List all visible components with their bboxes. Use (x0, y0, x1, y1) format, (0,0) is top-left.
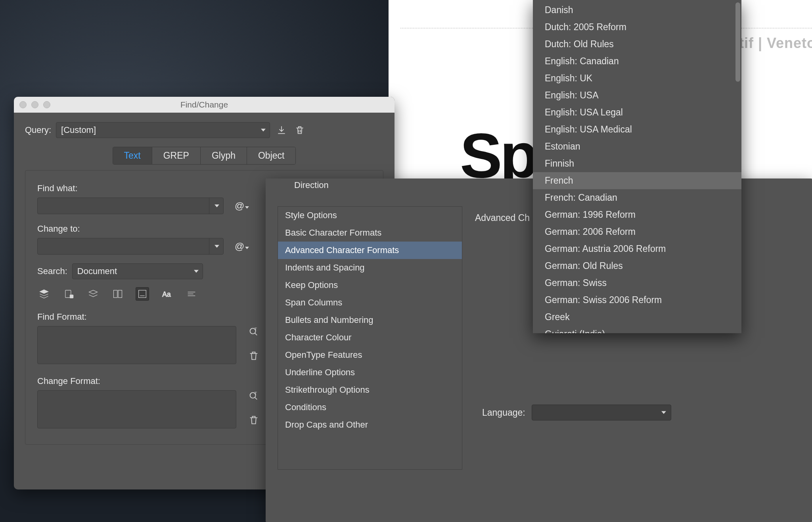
language-select[interactable] (532, 405, 671, 420)
include-hidden-layers-icon[interactable] (86, 287, 100, 301)
case-sensitive-icon[interactable]: Aa (160, 287, 174, 301)
chevron-down-icon (261, 129, 266, 132)
format-category-item[interactable]: OpenType Features (278, 346, 462, 364)
language-option[interactable]: German: Old Rules (533, 257, 741, 274)
query-label: Query: (25, 125, 51, 135)
svg-text:T: T (254, 391, 257, 396)
svg-rect-2 (114, 290, 117, 298)
format-category-item[interactable]: Bullets and Numbering (278, 311, 462, 329)
language-option[interactable]: Finnish (533, 155, 741, 172)
change-to-input[interactable] (37, 238, 224, 255)
include-master-pages-icon[interactable] (111, 287, 124, 301)
format-panel-title: Advanced Ch (475, 213, 530, 223)
delete-query-button[interactable] (293, 123, 306, 137)
change-to-special-button[interactable]: @ (235, 241, 249, 252)
language-option[interactable]: English: UK (533, 70, 741, 87)
direction-heading-peek: Direction (294, 180, 329, 190)
query-select[interactable]: [Custom] (56, 122, 270, 138)
svg-rect-3 (118, 290, 122, 298)
language-option[interactable]: German: 1996 Reform (533, 206, 741, 223)
language-option[interactable]: Dutch: 2005 Reform (533, 19, 741, 36)
language-option[interactable]: German: Austria 2006 Reform (533, 240, 741, 257)
language-option[interactable]: English: USA (533, 87, 741, 104)
format-category-item[interactable]: Conditions (278, 399, 462, 416)
svg-text:Aa: Aa (162, 290, 171, 298)
tab-grep[interactable]: GREP (152, 147, 201, 164)
format-category-item[interactable]: Span Columns (278, 294, 462, 311)
include-footnotes-icon[interactable] (136, 287, 149, 301)
format-category-item[interactable]: Basic Character Formats (278, 224, 462, 242)
chevron-down-icon (661, 411, 666, 414)
language-option[interactable]: Gujarati (India) (533, 326, 741, 333)
language-option[interactable]: Danish (533, 2, 741, 19)
search-scope-value: Document (77, 266, 117, 276)
svg-rect-4 (139, 290, 146, 298)
scrollbar-thumb[interactable] (735, 2, 740, 82)
find-what-special-button[interactable]: @ (235, 200, 249, 211)
language-option[interactable]: Greek (533, 309, 741, 326)
language-option[interactable]: English: USA Legal (533, 104, 741, 121)
save-query-button[interactable] (275, 123, 288, 137)
format-category-item[interactable]: Keep Options (278, 276, 462, 294)
tab-object[interactable]: Object (247, 147, 295, 164)
change-format-box[interactable] (37, 390, 236, 428)
language-option[interactable]: English: Canadian (533, 53, 741, 70)
language-dropdown[interactable]: DanishDutch: 2005 ReformDutch: Old Rules… (533, 0, 741, 333)
format-category-list[interactable]: Style OptionsBasic Character FormatsAdva… (278, 206, 462, 470)
format-category-item[interactable]: Indents and Spacing (278, 259, 462, 276)
chevron-down-icon (214, 205, 219, 207)
chevron-down-icon (214, 245, 219, 248)
language-option[interactable]: English: USA Medical (533, 121, 741, 138)
find-what-history-button[interactable] (209, 198, 223, 214)
svg-text:T: T (254, 326, 257, 332)
include-locked-layers-icon[interactable] (37, 287, 51, 301)
search-label: Search: (37, 266, 67, 276)
find-format-box[interactable] (37, 326, 236, 364)
format-category-item[interactable]: Underline Options (278, 364, 462, 381)
scrollbar[interactable] (734, 2, 741, 331)
tab-glyph[interactable]: Glyph (201, 147, 247, 164)
clear-find-format-button[interactable] (248, 350, 259, 364)
search-scope-select[interactable]: Document (72, 263, 203, 279)
language-option[interactable]: Dutch: Old Rules (533, 36, 741, 53)
language-option[interactable]: French (533, 172, 741, 189)
chevron-down-icon (245, 247, 249, 249)
specify-change-format-button[interactable]: T (248, 391, 259, 404)
format-category-item[interactable]: Advanced Character Formats (278, 242, 462, 259)
window-title: Find/Change (14, 100, 395, 109)
language-option[interactable]: French: Canadian (533, 189, 741, 206)
tab-text[interactable]: Text (113, 147, 152, 164)
find-what-input[interactable] (37, 198, 224, 214)
chevron-down-icon (194, 270, 199, 273)
format-category-item[interactable]: Strikethrough Options (278, 381, 462, 399)
whole-word-icon[interactable] (185, 287, 198, 301)
change-to-history-button[interactable] (209, 238, 223, 254)
include-locked-stories-icon[interactable] (62, 287, 75, 301)
specify-find-format-button[interactable]: T (248, 326, 259, 340)
chevron-down-icon (245, 206, 249, 209)
language-label: Language: (482, 407, 525, 418)
format-category-item[interactable]: Style Options (278, 207, 462, 224)
language-option[interactable]: Estonian (533, 138, 741, 155)
window-titlebar[interactable]: Find/Change (14, 97, 395, 113)
format-category-item[interactable]: Character Colour (278, 329, 462, 346)
format-category-item[interactable]: Drop Caps and Other (278, 416, 462, 434)
language-option[interactable]: German: Swiss (533, 274, 741, 292)
clear-change-format-button[interactable] (248, 415, 259, 428)
language-option[interactable]: German: Swiss 2006 Reform (533, 292, 741, 309)
language-option[interactable]: German: 2006 Reform (533, 223, 741, 240)
query-select-value: [Custom] (61, 125, 96, 135)
find-change-tabs: Text GREP Glyph Object (113, 147, 296, 165)
svg-rect-1 (70, 295, 73, 298)
